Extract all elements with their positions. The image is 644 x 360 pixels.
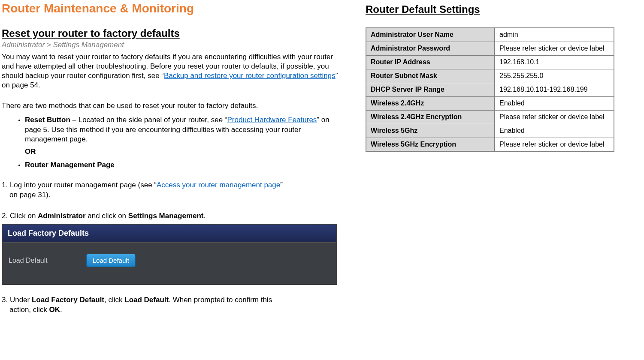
bullet-reset-button: Reset Button – Located on the side panel…: [25, 115, 340, 157]
methods-intro: There are two methods that can be used t…: [2, 101, 340, 111]
default-settings-table: Administrator User NameadminAdministrato…: [366, 27, 614, 152]
table-cell-key: Wireless 5Ghz: [366, 124, 495, 138]
table-row: DHCP Server IP Range192.168.10.101-192.1…: [366, 83, 614, 96]
table-row: Wireless 5GhzEnabled: [366, 124, 614, 138]
bullet-router-mgmt-page: Router Management Page: [25, 160, 340, 170]
ui-label-load-default: Load Default: [9, 257, 48, 264]
text: 3. Under: [2, 296, 32, 304]
step-1: 1. Log into your router management page …: [2, 180, 340, 200]
intro-paragraph: You may want to reset your router to fac…: [2, 52, 340, 90]
table-cell-value: Please refer sticker or device label: [495, 42, 614, 55]
table-cell-value: Please refer sticker or device label: [495, 110, 614, 124]
text: , click: [104, 296, 124, 304]
text-or: OR: [25, 147, 340, 157]
table-cell-key: DHCP Server IP Range: [366, 83, 495, 96]
breadcrumb: Administrator > Settings Management: [2, 40, 340, 50]
text: 1. Log into your router management page …: [2, 181, 157, 189]
text: .: [204, 212, 206, 220]
link-backup-restore[interactable]: Backup and restore your router configura…: [164, 72, 336, 80]
table-row: Wireless 2.4GHz EncryptionPlease refer s…: [366, 110, 614, 124]
table-cell-value: Please refer sticker or device label: [495, 138, 614, 151]
table-cell-value: Enabled: [495, 96, 614, 110]
table-cell-value: 255.255.255.0: [495, 69, 614, 83]
text-bold: Load Default: [124, 296, 169, 304]
text: .: [60, 306, 62, 314]
table-row: Router Subnet Mask255.255.255.0: [366, 69, 614, 83]
link-hardware-features[interactable]: Product Hardware Features: [227, 116, 317, 124]
text-bold: OK: [49, 306, 60, 314]
table-cell-key: Router IP Address: [366, 55, 495, 69]
table-cell-value: 192.168.10.1: [495, 55, 614, 69]
text: action, click: [9, 306, 49, 314]
table-row: Wireless 2.4GHzEnabled: [366, 96, 614, 110]
table-cell-key: Wireless 2.4GHz: [366, 96, 495, 110]
table-cell-value: admin: [495, 28, 614, 42]
table-cell-key: Wireless 2.4GHz Encryption: [366, 110, 495, 124]
text-bold: Reset Button: [25, 116, 70, 124]
table-cell-value: 192.168.10.101-192.168.199: [495, 83, 614, 96]
ui-panel-header: Load Factory Defaults: [3, 225, 336, 243]
text-bold: Router Management Page: [25, 161, 115, 169]
text: . When prompted to confirm this: [169, 296, 272, 304]
section-title-reset: Reset your router to factory defaults: [2, 27, 340, 39]
link-access-mgmt-page[interactable]: Access your router management page: [157, 181, 280, 189]
text-bold: Administrator: [38, 212, 85, 220]
table-cell-value: Enabled: [495, 124, 614, 138]
text-bold: Settings Management: [128, 212, 204, 220]
text: – Located on the side panel of your rout…: [70, 116, 227, 124]
text-bold: Load Factory Default: [32, 296, 104, 304]
table-row: Administrator PasswordPlease refer stick…: [366, 42, 614, 55]
section-title-default-settings: Router Default Settings: [366, 3, 619, 15]
page-title: Router Maintenance & Monitoring: [2, 2, 340, 15]
step-3: 3. Under Load Factory Default, click Loa…: [2, 295, 340, 315]
text: and click on: [86, 212, 128, 220]
table-cell-key: Router Subnet Mask: [366, 69, 495, 83]
ui-screenshot-load-defaults: Load Factory Defaults Load Default Load …: [2, 224, 337, 285]
table-row: Administrator User Nameadmin: [366, 28, 614, 42]
step-2: 2. Click on Administrator and click on S…: [2, 211, 340, 221]
table-cell-key: Administrator Password: [366, 42, 495, 55]
text: on page 31).: [2, 190, 340, 200]
table-cell-key: Wireless 5GHz Encryption: [366, 138, 495, 151]
table-row: Router IP Address192.168.10.1: [366, 55, 614, 69]
load-default-button[interactable]: Load Default: [86, 254, 136, 267]
text: ”: [280, 181, 283, 189]
table-row: Wireless 5GHz EncryptionPlease refer sti…: [366, 138, 614, 151]
table-cell-key: Administrator User Name: [366, 28, 495, 42]
text: 2. Click on: [2, 212, 38, 220]
